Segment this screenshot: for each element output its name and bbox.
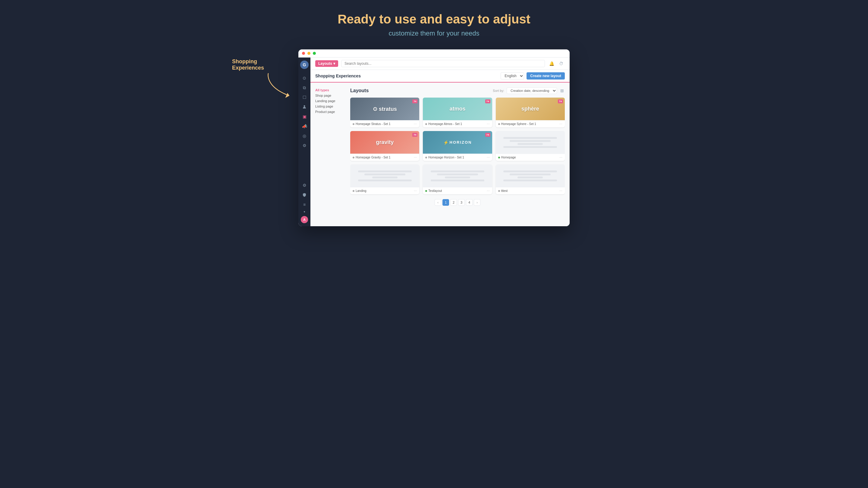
user-avatar[interactable]: A [301, 216, 308, 223]
sort-select[interactable]: Creation date, descending [507, 87, 557, 94]
gravity-card-menu[interactable]: ⋯ [414, 156, 417, 159]
testlayout-card-name: Testlayout [425, 189, 442, 193]
filter-landing-page[interactable]: Landing page [315, 98, 345, 104]
sidebar-icon-layouts[interactable]: ▣ [301, 113, 307, 120]
annotation-arrow [262, 70, 299, 101]
card-badge-horizon: 74 [485, 133, 490, 137]
pagination-next[interactable]: › [474, 199, 480, 206]
layout-card-testlayout[interactable]: Testlayout ⋯ [423, 164, 492, 194]
sidebar-icon-shield[interactable] [301, 192, 307, 198]
sidebar-separator [304, 211, 305, 213]
content-area: All types Shop page Landing page Listing… [310, 83, 569, 226]
pagination-page-2[interactable]: 2 [450, 199, 457, 206]
create-layout-button[interactable]: Create new layout [527, 72, 565, 79]
layouts-header: Layouts Sort by: Creation date, descendi… [350, 87, 565, 94]
gravity-logo: gravity [376, 139, 394, 145]
stratus-logo: ⊙ stratus [373, 106, 397, 112]
layout-card-stratus[interactable]: 74 ⊙ stratus Homepage Stratus - Set 1 ⋯ [350, 98, 419, 127]
sidebar-icon-marketing[interactable]: 📣 [301, 123, 307, 129]
window-maximize-dot[interactable] [313, 52, 316, 55]
horizon-card-name: Homepage Horizon - Set 1 [425, 156, 464, 159]
card-badge-stratus: 74 [412, 99, 417, 103]
sub-bar: Shopping Experiences English Create new … [310, 70, 569, 83]
tttest-card-menu[interactable]: ⋯ [559, 189, 562, 193]
layout-card-horizon[interactable]: 74 ⚡ HORIZON Homepage Horizo [423, 131, 492, 161]
filter-panel: All types Shop page Landing page Listing… [315, 87, 345, 221]
sphere-card-menu[interactable]: ⋯ [559, 122, 562, 126]
sidebar-icon-dashboard[interactable]: ⊙ [301, 75, 307, 81]
sidebar-icon-page[interactable]: ☐ [301, 94, 307, 100]
atmos-card-name: Homepage Atmos - Set 1 [425, 122, 462, 126]
browser-chrome [299, 50, 569, 58]
svg-marker-0 [284, 93, 290, 98]
horizon-card-menu[interactable]: ⋯ [487, 156, 490, 159]
layouts-section-title: Layouts [350, 88, 369, 93]
stratus-card-menu[interactable]: ⋯ [414, 122, 417, 126]
svg-point-1 [304, 105, 305, 107]
search-input[interactable] [341, 60, 545, 67]
top-bar: Layouts ▾ 🔔 ⏱ [310, 58, 569, 70]
notification-icon[interactable]: 🔔 [548, 60, 555, 67]
sidebar-icon-users[interactable] [301, 104, 307, 110]
filter-product-page[interactable]: Product page [315, 109, 345, 115]
hero-subtitle: customize them for your needs [338, 30, 530, 37]
layout-card-sphere[interactable]: 74 sphère Homepage Sphere - Set 1 ⋯ [496, 98, 565, 127]
homepage-card-menu[interactable]: ⋯ [559, 156, 562, 159]
layout-card-atmos[interactable]: 74 atmos Homepage Atmos - Set 1 ⋯ [423, 98, 492, 127]
window-minimize-dot[interactable] [307, 52, 310, 55]
main-content: Layouts ▾ 🔔 ⏱ Shopping Experiences Engli… [310, 58, 569, 226]
pagination-page-3[interactable]: 3 [458, 199, 465, 206]
layouts-section: Layouts Sort by: Creation date, descendi… [350, 87, 565, 221]
sphere-logo: sphère [521, 106, 539, 112]
layout-card-homepage[interactable]: Homepage ⋯ [496, 131, 565, 161]
app-sidebar: G ⊙ ⧉ ☐ ▣ 📣 ◎ ⚙ ⚙ [299, 58, 310, 226]
sort-by-label: Sort by: [493, 89, 504, 93]
hero-title: Ready to use and easy to adjust [338, 12, 530, 27]
window-close-dot[interactable] [302, 52, 305, 55]
filter-shop-page[interactable]: Shop page [315, 93, 345, 98]
sidebar-icon-gear[interactable]: ⚙ [301, 182, 307, 188]
sidebar-icon-analytics[interactable]: ◎ [301, 133, 307, 139]
sidebar-icon-list[interactable]: ≡ [301, 201, 307, 207]
page-title: Shopping Experiences [315, 73, 361, 78]
layouts-dropdown-button[interactable]: Layouts ▾ [315, 60, 338, 67]
layout-grid: 74 ⊙ stratus Homepage Stratus - Set 1 ⋯ [350, 98, 565, 194]
horizon-logo: HORIZON [450, 140, 472, 144]
layout-card-landing[interactable]: Landing ⋯ [350, 164, 419, 194]
sidebar-icon-settings[interactable]: ⚙ [301, 142, 307, 149]
stratus-card-name: Homepage Stratus - Set 1 [352, 122, 391, 126]
browser-window: G ⊙ ⧉ ☐ ▣ 📣 ◎ ⚙ ⚙ [299, 50, 569, 226]
landing-card-name: Landing [352, 189, 367, 193]
layout-card-gravity[interactable]: 74 gravity Homepage Gravity - Set 1 ⋯ [350, 131, 419, 161]
pagination-page-1[interactable]: 1 [442, 199, 449, 206]
filter-listing-page[interactable]: Listing page [315, 104, 345, 109]
app-logo[interactable]: G [300, 61, 309, 69]
card-badge-gravity: 74 [412, 133, 417, 137]
filter-all-types[interactable]: All types [315, 87, 345, 93]
settings-icon[interactable]: ⏱ [558, 60, 565, 67]
language-selector[interactable]: English [501, 72, 524, 79]
homepage-card-name: Homepage [498, 156, 516, 159]
gravity-card-name: Homepage Gravity - Set 1 [352, 156, 391, 159]
testlayout-card-menu[interactable]: ⋯ [487, 189, 490, 193]
sphere-card-name: Homepage Sphere - Set 1 [498, 122, 536, 126]
landing-card-menu[interactable]: ⋯ [414, 189, 417, 193]
pagination-page-4[interactable]: 4 [466, 199, 472, 206]
grid-view-icon[interactable]: ⊞ [559, 87, 565, 94]
sidebar-icon-copy[interactable]: ⧉ [301, 85, 307, 91]
side-annotation: Shopping Experiences [232, 59, 286, 71]
atmos-card-menu[interactable]: ⋯ [487, 122, 490, 126]
card-badge-atmos: 74 [485, 99, 490, 103]
pagination: ‹ 1 2 3 4 › [350, 199, 565, 208]
tttest-card-name: tttest [498, 189, 508, 193]
atmos-logo: atmos [450, 106, 465, 112]
layout-card-tttest[interactable]: tttest ⋯ [496, 164, 565, 194]
card-badge-sphere: 74 [558, 99, 563, 103]
pagination-prev[interactable]: ‹ [435, 199, 441, 206]
